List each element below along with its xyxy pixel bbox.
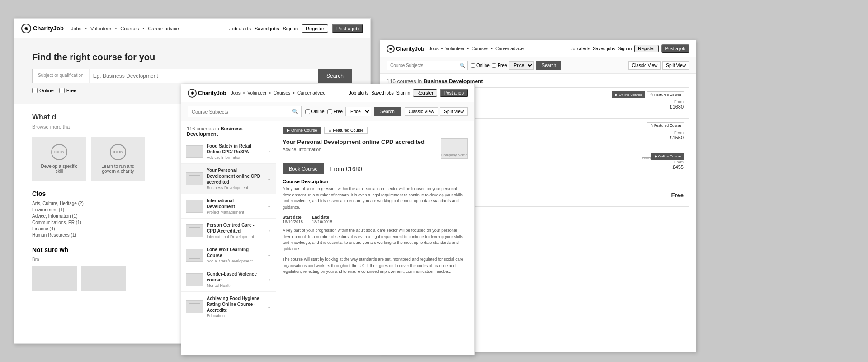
book-row: Book Course From £1680 — [283, 163, 468, 174]
arrow-icon: → — [267, 305, 271, 310]
item-text: Achieving Food Hygiene Rating Online Cou… — [207, 295, 263, 318]
card-charity[interactable]: ICON Learn to run and govern a charity — [91, 137, 145, 181]
search-input[interactable] — [90, 69, 318, 83]
nav-jobs[interactable]: Jobs — [71, 26, 81, 31]
window2-logo[interactable]: ◉ CharityJob — [188, 89, 226, 98]
window3-logo[interactable]: ◉ CharityJob — [387, 45, 425, 53]
classic-view-button[interactable]: Classic View — [628, 61, 661, 70]
register-button[interactable]: Register — [302, 24, 328, 33]
start-date-value: 16/10/2018 — [283, 219, 303, 224]
nav-jobalerts[interactable]: Job alerts — [349, 90, 368, 95]
nav-career[interactable]: Career advice — [495, 46, 524, 51]
price-select[interactable]: Price — [509, 61, 534, 70]
online-checkbox[interactable] — [471, 63, 475, 68]
nav-jobs[interactable]: Jobs — [231, 90, 241, 95]
register-button[interactable]: Register — [413, 89, 437, 97]
classic-view-button[interactable]: Classic View — [405, 107, 439, 116]
item-thumbnail — [186, 200, 203, 213]
post-job-button[interactable]: Post a job — [332, 24, 363, 33]
item-title: Achieving Food Hygiene Rating Online Cou… — [207, 295, 263, 313]
post-job-button[interactable]: Post a job — [661, 44, 689, 53]
filter-online[interactable]: Online — [32, 88, 54, 93]
item-title: Your Personal Development online CPD acc… — [207, 167, 263, 185]
book-course-button[interactable]: Book Course — [283, 163, 324, 174]
nav-jobalerts[interactable]: Job alerts — [571, 46, 590, 51]
arrow-icon: → — [267, 277, 271, 282]
free-checkbox[interactable] — [59, 88, 65, 93]
nav-courses[interactable]: Courses — [120, 26, 139, 31]
split-view-button[interactable]: Split View — [440, 107, 468, 116]
search-input[interactable] — [188, 107, 289, 117]
nav-courses[interactable]: Courses — [472, 46, 488, 51]
nav-savedjobs[interactable]: Saved jobs — [371, 90, 393, 95]
detail-subtitle: Advice, Information — [283, 147, 437, 152]
item-text: International Development Project Manage… — [207, 198, 263, 214]
item-title: Lone Wolf Learning Course — [207, 247, 263, 258]
item-title: Person Centred Care -CPD Accredited — [207, 222, 263, 234]
card-badges: ▶ Online Course ☆ Featured Course — [612, 91, 684, 98]
start-date-block: Start date 16/10/2018 — [283, 215, 303, 224]
nav-signin[interactable]: Sign in — [283, 26, 298, 31]
card-skill[interactable]: ICON Develop a specific skill — [32, 137, 86, 181]
cat-item[interactable]: Advice, Information (1) — [32, 214, 188, 219]
window2-navbar: ◉ CharityJob Jobs • Volunteer • Courses … — [181, 84, 474, 102]
nav-jobs[interactable]: Jobs — [429, 46, 439, 51]
free-checkbox[interactable] — [492, 63, 496, 68]
list-item-1[interactable]: Your Personal Development online CPD acc… — [181, 164, 276, 194]
nav-signin[interactable]: Sign in — [618, 46, 632, 51]
nav-volunteer[interactable]: Volunteer — [90, 26, 111, 31]
online-checkbox[interactable] — [32, 88, 38, 93]
filter-online[interactable]: Online — [471, 63, 490, 68]
cat-item[interactable]: Arts, Culture, Heritage (2) — [32, 201, 188, 206]
list-item-5[interactable]: Gender-based Violence course Mental Heal… — [181, 267, 276, 292]
nav-volunteer[interactable]: Volunteer — [445, 46, 464, 51]
list-item-4[interactable]: Lone Wolf Learning Course Social Care/De… — [181, 243, 276, 267]
search-button[interactable]: Search — [536, 61, 561, 70]
logo-text: CharityJob — [396, 46, 425, 52]
filter-free[interactable]: Free — [492, 63, 507, 68]
item-thumbnail — [186, 145, 203, 158]
window3-navbar: ◉ CharityJob Jobs • Volunteer • Courses … — [380, 40, 696, 57]
online-course-badge: ▶ Online Course — [283, 127, 321, 134]
nav-volunteer[interactable]: Volunteer — [247, 90, 266, 95]
register-button[interactable]: Register — [634, 45, 658, 52]
price-select[interactable]: Price — [345, 107, 371, 116]
filter-free[interactable]: Free — [59, 88, 77, 93]
online-label: Online Course — [658, 154, 681, 158]
cat-item[interactable]: Finance (4) — [32, 226, 188, 231]
thumb-1 — [32, 266, 77, 291]
online-label: Online Course — [619, 93, 642, 97]
star-icon: ☆ — [650, 124, 653, 128]
window1-logo[interactable]: ◉ CharityJob — [21, 24, 64, 33]
nav-career[interactable]: Career advice — [148, 26, 179, 31]
cat-item[interactable]: Environment (1) — [32, 207, 188, 212]
window1-nav-links: Jobs • Volunteer • Courses • Career advi… — [71, 26, 179, 31]
card-badges: ▶ Online Course — [651, 153, 684, 160]
detail-header: Your Personal Development online CPD acc… — [283, 138, 468, 159]
arrow-icon: → — [267, 149, 271, 154]
list-item-0[interactable]: Food Safety in Retail Online CPD/ RoSPA … — [181, 139, 276, 164]
nav-jobalerts[interactable]: Job alerts — [229, 26, 251, 31]
online-label: Online — [39, 88, 54, 93]
online-checkbox[interactable] — [305, 109, 310, 114]
list-item-2[interactable]: International Development Project Manage… — [181, 194, 276, 219]
nav-savedjobs[interactable]: Saved jobs — [255, 26, 279, 31]
search-button[interactable]: Search — [318, 69, 352, 83]
filter-free[interactable]: Free — [327, 109, 343, 114]
detail-badges: ▶ Online Course ☆ Featured Course — [283, 127, 468, 134]
list-item-3[interactable]: Person Centred Care -CPD Accredited Inte… — [181, 219, 276, 243]
free-checkbox[interactable] — [327, 109, 332, 114]
post-job-button[interactable]: Post a job — [440, 89, 468, 97]
search-button[interactable]: Search — [374, 107, 401, 116]
nav-savedjobs[interactable]: Saved jobs — [593, 46, 615, 51]
list-item-6[interactable]: Achieving Food Hygiene Rating Online Cou… — [181, 292, 276, 322]
nav-signin[interactable]: Sign in — [396, 90, 410, 95]
cat-item[interactable]: Human Resources (1) — [32, 233, 188, 238]
nav-career[interactable]: Career advice — [297, 90, 326, 95]
nav-courses[interactable]: Courses — [274, 90, 290, 95]
card-skill-icon: ICON — [51, 144, 67, 160]
filter-online[interactable]: Online — [305, 109, 325, 114]
cat-item[interactable]: Communications, PR (1) — [32, 220, 188, 225]
search-input[interactable] — [387, 61, 458, 70]
split-view-button[interactable]: Split View — [662, 61, 689, 70]
